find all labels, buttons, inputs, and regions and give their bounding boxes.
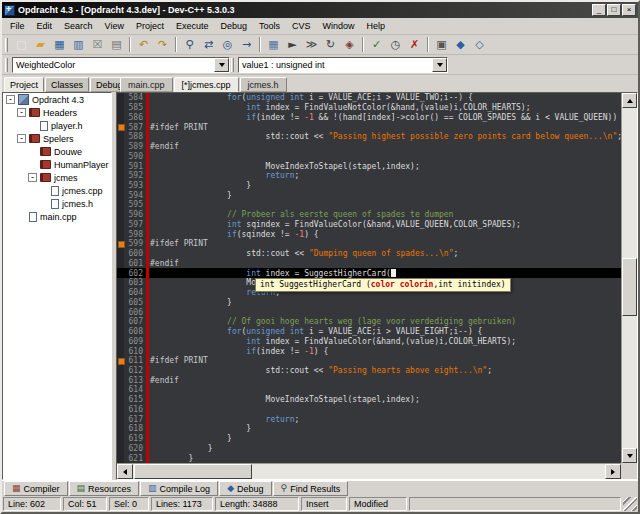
save-button[interactable]: ▦	[50, 36, 69, 53]
member-combo-dropdown[interactable]	[432, 58, 447, 72]
menu-help[interactable]: Help	[361, 19, 392, 33]
panel-tab-classes[interactable]: Classes	[45, 77, 89, 92]
insert-button[interactable]: ▣	[432, 36, 451, 53]
code-line-608[interactable]: 608 for(unsigned int i = VALUE_ACE;i > V…	[117, 327, 621, 337]
panel-tab-project[interactable]: Project	[4, 77, 44, 92]
code-editor[interactable]: 584 for(unsigned int i = VALUE_ACE;i > V…	[117, 93, 621, 463]
code-line-593[interactable]: 593 }	[117, 181, 621, 191]
print-button[interactable]: ▤	[107, 36, 126, 53]
code-line-600[interactable]: 600 std::cout << "Dumping queen of spade…	[117, 249, 621, 259]
code-line-584[interactable]: 584 for(unsigned int i = VALUE_ACE;i > V…	[117, 93, 621, 103]
menu-cvs[interactable]: CVS	[286, 19, 317, 33]
menu-view[interactable]: View	[99, 19, 130, 33]
toolbar-grip[interactable]	[5, 38, 8, 52]
tree-item-jcmes.h[interactable]: jcmes.h	[3, 197, 111, 210]
toolbar-grip[interactable]	[5, 58, 8, 72]
code-line-619[interactable]: 619 }	[117, 434, 621, 444]
code-line-585[interactable]: 585 int index = FindValueNotColor(&hand,…	[117, 103, 621, 113]
code-line-598[interactable]: 598 if(sqindex != -1) {	[117, 229, 621, 239]
menu-edit[interactable]: Edit	[31, 19, 59, 33]
profile-button[interactable]: ◷	[386, 36, 405, 53]
function-combo[interactable]: WeightedColor	[12, 57, 230, 73]
code-line-587[interactable]: 587#ifdef PRINT	[117, 122, 621, 132]
code-line-602[interactable]: 602 int index = SuggestHigherCard(	[117, 268, 621, 278]
menu-debug[interactable]: Debug	[214, 19, 253, 33]
code-line-599[interactable]: 599#ifdef PRINT	[117, 239, 621, 249]
debug-button[interactable]: ◈	[340, 36, 359, 53]
code-line-588[interactable]: 588 std::cout << "Passing highest possib…	[117, 132, 621, 142]
scroll-down-button[interactable]	[622, 448, 637, 463]
rebuild-all-button[interactable]: ↻	[321, 36, 340, 53]
tree-item-spelers[interactable]: -Spelers	[3, 132, 111, 145]
code-line-595[interactable]: 595	[117, 200, 621, 210]
editor-vertical-scrollbar[interactable]	[621, 93, 637, 463]
tree-expand-toggle[interactable]: -	[17, 134, 26, 143]
menu-window[interactable]: Window	[317, 19, 361, 33]
new-source-button[interactable]: ▢	[12, 36, 31, 53]
redo-button[interactable]: ↷	[153, 36, 172, 53]
title-bar[interactable]: Opdracht 4.3 - [Opdracht 4.3.dev] - Dev-…	[2, 2, 638, 18]
vertical-scroll-track[interactable]	[622, 108, 637, 448]
menu-project[interactable]: Project	[130, 19, 170, 33]
code-line-617[interactable]: 617 return;	[117, 414, 621, 424]
scroll-left-button[interactable]	[117, 464, 133, 479]
code-line-601[interactable]: 601#endif	[117, 259, 621, 269]
bottom-tab-resources[interactable]: ▤Resources	[69, 481, 140, 496]
minimize-button[interactable]: _	[592, 4, 606, 16]
find-in-files-button[interactable]: ◎	[218, 36, 237, 53]
code-line-611[interactable]: 611#ifdef PRINT	[117, 356, 621, 366]
code-line-613[interactable]: 613#endif	[117, 375, 621, 385]
editor-tab-jcmes.h[interactable]: jcmes.h	[240, 77, 287, 92]
replace-button[interactable]: ⇄	[199, 36, 218, 53]
bottom-tab-find-results[interactable]: ⚲Find Results	[273, 481, 349, 496]
function-combo-dropdown[interactable]	[214, 58, 229, 72]
resize-grip[interactable]	[623, 497, 637, 511]
code-line-586[interactable]: 586 if(index != -1 && !(hand[index]->col…	[117, 112, 621, 122]
code-line-618[interactable]: 618 }	[117, 424, 621, 434]
menu-tools[interactable]: Tools	[253, 19, 286, 33]
compile-and-run-button[interactable]: ≫	[302, 36, 321, 53]
maximize-button[interactable]: □	[607, 4, 621, 16]
tree-item-douwe[interactable]: Douwe	[3, 145, 111, 158]
bottom-tab-compile-log[interactable]: ▥Compile Log	[140, 481, 218, 496]
code-line-590[interactable]: 590	[117, 151, 621, 161]
goto-line-button[interactable]: →	[237, 36, 256, 53]
code-line-612[interactable]: 612 std::cout << "Passing hearts above e…	[117, 366, 621, 376]
syntax-check-button[interactable]: ✓	[367, 36, 386, 53]
editor-horizontal-scrollbar[interactable]	[117, 463, 621, 479]
code-line-620[interactable]: 620 }	[117, 444, 621, 454]
tree-expand-toggle[interactable]: -	[6, 95, 15, 104]
toolbar-grip[interactable]	[231, 58, 234, 72]
tree-item-headers[interactable]: -Headers	[3, 106, 111, 119]
tree-item-player.h[interactable]: player.h	[3, 119, 111, 132]
scroll-up-button[interactable]	[622, 93, 637, 108]
code-line-597[interactable]: 597 int sqindex = FindValueColor(&hand,V…	[117, 220, 621, 230]
bottom-tab-compiler[interactable]: ▦Compiler	[4, 481, 68, 496]
code-line-616[interactable]: 616	[117, 405, 621, 415]
tree-item-humanplayer[interactable]: HumanPlayer	[3, 158, 111, 171]
code-line-605[interactable]: 605 }	[117, 297, 621, 307]
horizontal-scroll-thumb[interactable]	[134, 464, 252, 479]
goto-bookmarks-button[interactable]: ◇	[470, 36, 489, 53]
code-line-607[interactable]: 607 // Of gooi hoge hearts weg (lage voo…	[117, 317, 621, 327]
tree-expand-toggle[interactable]: -	[17, 108, 26, 117]
close-file-button[interactable]: ☒	[88, 36, 107, 53]
menu-search[interactable]: Search	[58, 19, 99, 33]
menu-execute[interactable]: Execute	[170, 19, 215, 33]
bottom-tab-debug[interactable]: ◆Debug	[219, 481, 271, 496]
member-combo[interactable]: value1 : unsigned int	[238, 57, 448, 73]
code-line-596[interactable]: 596 // Probeer als eerste queen of spade…	[117, 210, 621, 220]
tree-item-opdracht-4.3[interactable]: -Opdracht 4.3	[3, 93, 111, 106]
vertical-scroll-thumb[interactable]	[622, 258, 637, 316]
horizontal-scroll-track[interactable]	[133, 464, 605, 479]
code-line-614[interactable]: 614	[117, 385, 621, 395]
code-line-615[interactable]: 615 MoveIndexToStapel(stapel,index);	[117, 395, 621, 405]
code-line-592[interactable]: 592 return;	[117, 171, 621, 181]
scroll-right-button[interactable]	[605, 464, 621, 479]
code-line-610[interactable]: 610 if(index != -1) {	[117, 346, 621, 356]
tree-item-jcmes[interactable]: -jcmes	[3, 171, 111, 184]
code-line-589[interactable]: 589#endif	[117, 142, 621, 152]
run-button[interactable]: ►	[283, 36, 302, 53]
code-line-609[interactable]: 609 int index = FindValueColor(&hand,(va…	[117, 336, 621, 346]
menu-file[interactable]: File	[4, 19, 31, 33]
